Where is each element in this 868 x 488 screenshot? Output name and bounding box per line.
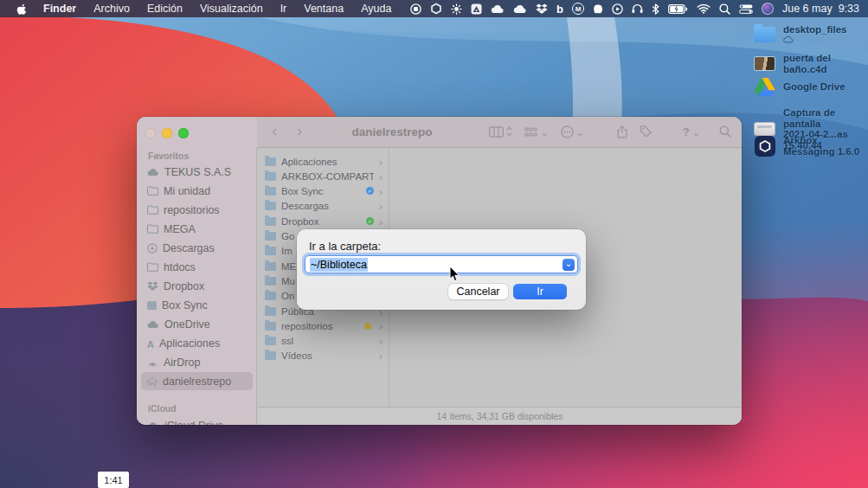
group-by-icon[interactable] (524, 124, 548, 139)
share-icon[interactable] (617, 125, 627, 138)
desktop-icon-google-drive[interactable]: Google Drive (753, 78, 845, 96)
sidebar-item-repositorios[interactable]: repositorios (141, 201, 253, 219)
folder-icon (265, 232, 276, 241)
user-avatar-icon[interactable] (762, 3, 774, 15)
menu-archivo[interactable]: Archivo (85, 0, 138, 17)
folder-icon (265, 187, 276, 196)
minimize-button[interactable] (162, 128, 172, 138)
title-bar[interactable]: ‹ › danielrestrepo (137, 117, 742, 148)
dialog-label: Ir a la carpeta: (309, 240, 381, 253)
timestamp-text: 1:41 (104, 475, 122, 485)
menu-finder[interactable]: Finder (35, 0, 85, 17)
sidebar-item-danielrestrepo[interactable]: danielrestrepo (141, 372, 253, 390)
input-selected-text: ~/Biblioteca (310, 258, 368, 272)
go-button[interactable]: Ir (513, 284, 567, 299)
file-row-arkbox-compartida[interactable]: ARKBOX-COMPARTIDA (261, 169, 386, 183)
desktop-icon-label: Google Drive (783, 81, 845, 93)
sidebar-item-mega[interactable]: MEGA (141, 220, 253, 238)
file-row-videos[interactable]: Vídeos (261, 348, 386, 363)
sidebar-item-icloud-drive[interactable]: iCloud Drive (141, 416, 253, 425)
zoom-button[interactable] (178, 128, 189, 138)
menu-ventana[interactable]: Ventana (295, 0, 352, 17)
chevron-right-icon (379, 348, 383, 363)
bluetooth-icon[interactable] (652, 0, 659, 17)
forward-chevron-icon[interactable]: › (297, 121, 302, 140)
apple-menu-icon[interactable] (9, 0, 35, 17)
help-question-icon[interactable] (683, 124, 700, 139)
screenshot-file-icon (753, 123, 776, 135)
menu-ir[interactable]: Ir (272, 0, 296, 17)
folder-icon (265, 337, 276, 345)
menu-bar-clock[interactable]: Jue 6 may 9:33 (782, 3, 859, 15)
cloud-icon[interactable] (513, 0, 527, 17)
back-chevron-icon[interactable]: ‹ (272, 121, 277, 140)
actions-ellipsis-icon[interactable] (561, 124, 584, 139)
file-row-descargas[interactable]: Descargas (261, 198, 386, 213)
control-center-icon[interactable] (739, 0, 753, 17)
mouse-cursor (449, 266, 460, 282)
folder-icon (265, 277, 276, 286)
sidebar-item-onedrive[interactable]: OneDrive (141, 315, 253, 333)
cancel-button[interactable]: Cancelar (448, 284, 508, 299)
chevron-right-icon (379, 154, 383, 170)
headphones-icon[interactable] (632, 0, 643, 17)
arkbox-app-icon (753, 136, 776, 157)
column-view-icon[interactable] (489, 126, 512, 138)
menu-visualizacion[interactable]: Visualización (191, 0, 272, 17)
close-button[interactable] (145, 128, 156, 138)
folder-icon (265, 292, 276, 300)
folder-icon (265, 262, 276, 271)
battery-charging-icon[interactable] (668, 0, 688, 17)
folder-path-input[interactable]: ~/Biblioteca (305, 255, 578, 273)
items-count-text: 14 ítems, 34,31 GB disponibles (437, 411, 563, 421)
folder-icon (265, 307, 276, 316)
combo-chevron-button[interactable] (563, 259, 575, 271)
mega-icon[interactable] (572, 0, 584, 17)
go-to-folder-dialog: Ir a la carpeta: ~/Biblioteca Cancelar I… (297, 229, 586, 310)
chevron-right-icon (379, 198, 383, 214)
sidebar-item-airdrop[interactable]: AirDrop (141, 353, 253, 371)
tag-icon[interactable] (640, 125, 652, 138)
folder-icon (265, 202, 276, 210)
video-timestamp-overlay: 1:41 (98, 472, 129, 488)
onedrive-cloud-icon[interactable] (491, 0, 505, 17)
box-icon[interactable] (556, 0, 563, 17)
folder-icon (265, 322, 276, 331)
screen-record-icon[interactable] (410, 0, 421, 17)
brightness-icon[interactable] (451, 0, 462, 17)
chevron-right-icon (379, 333, 383, 349)
search-icon[interactable] (719, 125, 731, 138)
arkbox-hexagon-icon[interactable] (430, 0, 442, 17)
sidebar-item-aplicaciones[interactable]: Aplicaciones (141, 334, 253, 352)
desktop-icon-puerta[interactable]: puerta del baño.c4d (753, 53, 868, 74)
sidebar-item-descargas[interactable]: Descargas (141, 239, 253, 257)
wifi-icon[interactable] (697, 0, 710, 17)
file-row-ssl[interactable]: ssl (261, 333, 386, 348)
drive-app-icon[interactable] (471, 0, 482, 17)
play-circle-icon[interactable] (612, 0, 623, 17)
clock-time: 9:33 (839, 3, 859, 15)
chevron-right-icon (379, 318, 383, 334)
evernote-icon[interactable] (593, 0, 603, 17)
box-icon (147, 301, 157, 310)
spotlight-icon[interactable] (719, 0, 730, 17)
clock-date: Jue 6 may (782, 3, 833, 15)
menu-ayuda[interactable]: Ayuda (352, 0, 400, 17)
sidebar-header-favoritos: Favoritos (148, 151, 189, 161)
file-row-aplicaciones[interactable]: Aplicaciones (261, 154, 386, 169)
sidebar-item-box-sync[interactable]: Box Sync (141, 296, 253, 314)
sidebar-item-mi-unidad[interactable]: Mi unidad (141, 182, 253, 200)
desktop-icon-arkbox[interactable]: Arkbox Messaging 1.6.0 (753, 135, 868, 157)
sync-check-badge (366, 187, 374, 195)
menu-edicion[interactable]: Edición (138, 0, 191, 17)
file-row-dropbox[interactable]: Dropbox (261, 214, 386, 228)
sidebar-item-tekus[interactable]: TEKUS S.A.S (141, 163, 253, 181)
sidebar-item-dropbox[interactable]: Dropbox (141, 277, 253, 295)
file-row-repositorios[interactable]: repositorios (261, 318, 386, 333)
desktop-icon-desktop-files[interactable]: desktop_files (753, 24, 847, 43)
sidebar-item-htdocs[interactable]: htdocs (141, 258, 253, 276)
file-row-box-sync[interactable]: Box Sync (261, 183, 386, 198)
folder-icon (265, 217, 276, 226)
sync-check-badge (366, 217, 374, 225)
dropbox-icon[interactable] (536, 0, 548, 17)
